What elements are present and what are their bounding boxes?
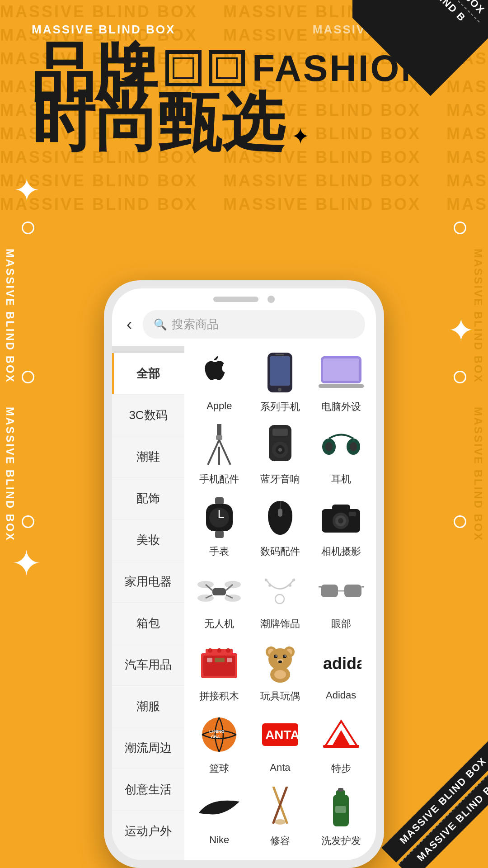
svg-rect-91 — [338, 788, 343, 792]
teddy-icon — [255, 640, 305, 685]
camera-icon — [316, 495, 366, 540]
product-speaker[interactable]: 蓝牙音响 — [251, 423, 310, 486]
svg-point-73 — [275, 656, 277, 657]
circle-deco-left-1 — [22, 222, 34, 234]
drone-label: 无人机 — [204, 617, 234, 631]
product-digital-acc[interactable]: 数码配件 — [251, 495, 310, 558]
svg-point-16 — [278, 448, 282, 452]
sidebar-item-trend[interactable]: 潮流周边 — [112, 727, 184, 769]
toy-label: 玩具玩偶 — [260, 689, 300, 703]
sidebar-item-creative[interactable]: 创意生活 — [112, 769, 184, 811]
product-xtep[interactable]: 特步 — [312, 712, 371, 775]
product-phone-series[interactable]: 系列手机 — [251, 350, 310, 414]
sidebar-top-bar — [112, 346, 184, 353]
product-shampoo[interactable]: 洗发护发 — [312, 784, 371, 848]
product-glasses[interactable]: 眼部 — [312, 567, 371, 631]
svg-point-78 — [274, 670, 286, 679]
lego-label: 拼接积木 — [199, 689, 239, 703]
sidebar-item-fashion[interactable]: 潮服 — [112, 686, 184, 727]
xtep-icon — [316, 712, 366, 757]
glasses-svg-icon — [319, 578, 364, 603]
product-toy[interactable]: 玩具玩偶 — [251, 640, 310, 703]
cosmetics-icon — [194, 857, 244, 860]
svg-point-58 — [217, 648, 221, 653]
product-anta[interactable]: ANTA Anta — [251, 712, 310, 775]
phone-accessories-label: 手机配件 — [199, 472, 239, 486]
watch-svg-icon — [202, 497, 236, 538]
svg-rect-65 — [227, 658, 232, 662]
perfume-icon — [255, 857, 305, 860]
camera-label: 相机摄影 — [321, 545, 361, 558]
sidebar-item-car[interactable]: 汽车用品 — [112, 644, 184, 686]
side-text-left-2: MASSIVE BLIND BOX — [4, 407, 16, 542]
phone-camera — [267, 296, 275, 303]
product-makeup[interactable]: 修容 — [251, 784, 310, 848]
digital-acc-label: 数码配件 — [260, 545, 300, 558]
apple-icon-container — [194, 350, 244, 396]
adidas-label: Adidas — [326, 689, 356, 701]
product-phone-accessories[interactable]: 手机配件 — [190, 423, 249, 486]
drone-icon — [194, 567, 244, 613]
laptop-icon — [316, 350, 366, 396]
product-earphones[interactable]: 耳机 — [312, 423, 371, 486]
svg-rect-92 — [335, 806, 346, 813]
svg-rect-63 — [207, 658, 212, 662]
search-input[interactable]: 🔍 搜索商品 — [143, 310, 365, 339]
lego-svg-icon — [199, 644, 239, 680]
svg-rect-5 — [323, 359, 359, 381]
sparkle-right-top: ✦ — [448, 312, 474, 349]
product-skincare[interactable]: 面部护理 — [312, 857, 371, 860]
product-row-5: 拼接积木 — [189, 640, 371, 703]
search-placeholder-text: 搜索商品 — [172, 316, 219, 332]
mouse-icon — [255, 495, 305, 540]
svg-rect-85 — [323, 745, 359, 748]
side-text-right-2: MASSIVE BLIND BOX — [472, 407, 484, 542]
sidebar-item-bags[interactable]: 箱包 — [112, 603, 184, 644]
back-button[interactable]: ‹ — [123, 313, 136, 336]
svg-rect-28 — [278, 509, 282, 517]
product-row-4: 无人机 — [189, 567, 371, 631]
sidebar-item-shoes[interactable]: 潮鞋 — [112, 436, 184, 478]
product-jewelry[interactable]: 潮牌饰品 — [251, 567, 310, 631]
product-adidas[interactable]: adidas Adidas — [312, 640, 371, 703]
product-watch[interactable]: 手表 — [190, 495, 249, 558]
shampoo-icon — [316, 784, 366, 830]
content-area: 全部 3C数码 潮鞋 配饰 美妆 家用电器 箱包 汽车用品 潮服 潮流周边 创意… — [112, 346, 376, 860]
svg-point-88 — [275, 819, 286, 825]
tripod-svg-icon — [203, 424, 235, 467]
sidebar-item-accessories[interactable]: 配饰 — [112, 478, 184, 519]
product-perfume[interactable]: 香水 — [251, 857, 310, 860]
product-lego[interactable]: 拼接积木 — [190, 640, 249, 703]
camera-svg-icon — [319, 501, 362, 535]
product-camera[interactable]: 相机摄影 — [312, 495, 371, 558]
anta-icon: ANTA — [255, 712, 305, 757]
makeup-label: 修容 — [270, 834, 290, 848]
product-cosmetics[interactable]: 彩妆 — [190, 857, 249, 860]
svg-rect-6 — [319, 384, 364, 388]
svg-rect-49 — [321, 585, 338, 597]
phone-series-icon — [255, 350, 305, 396]
product-drone[interactable]: 无人机 — [190, 567, 249, 631]
anta-label: Anta — [270, 762, 290, 774]
speaker-svg-icon — [264, 425, 296, 466]
corner-banner-tr: MASSIVE BLIND BOX MASSIVE BLIND B — [352, 0, 488, 136]
svg-text:CBA: CBA — [211, 735, 220, 739]
product-apple[interactable]: Apple — [190, 350, 249, 414]
sidebar-item-beauty[interactable]: 美妆 — [112, 519, 184, 561]
svg-text:ANTA: ANTA — [265, 728, 300, 742]
product-basketball[interactable]: LI-NING CBA 篮球 — [190, 712, 249, 775]
sidebar-item-all[interactable]: 全部 — [112, 353, 184, 395]
basketball-icon: LI-NING CBA — [194, 712, 244, 757]
sidebar-item-sports[interactable]: 运动户外 — [112, 811, 184, 852]
apple-logo-icon — [201, 355, 237, 391]
qr-deco-2 — [209, 50, 245, 86]
product-computer[interactable]: 电脑外设 — [312, 350, 371, 414]
tripod-icon — [194, 423, 244, 468]
shampoo-label: 洗发护发 — [321, 834, 361, 848]
sidebar-item-appliances[interactable]: 家用电器 — [112, 561, 184, 603]
drone-svg-icon — [197, 573, 242, 607]
product-nike[interactable]: Nike — [190, 784, 249, 848]
smartphone-icon — [265, 353, 295, 393]
svg-text:LI-NING: LI-NING — [209, 729, 225, 734]
sidebar-item-3c[interactable]: 3C数码 — [112, 395, 184, 436]
